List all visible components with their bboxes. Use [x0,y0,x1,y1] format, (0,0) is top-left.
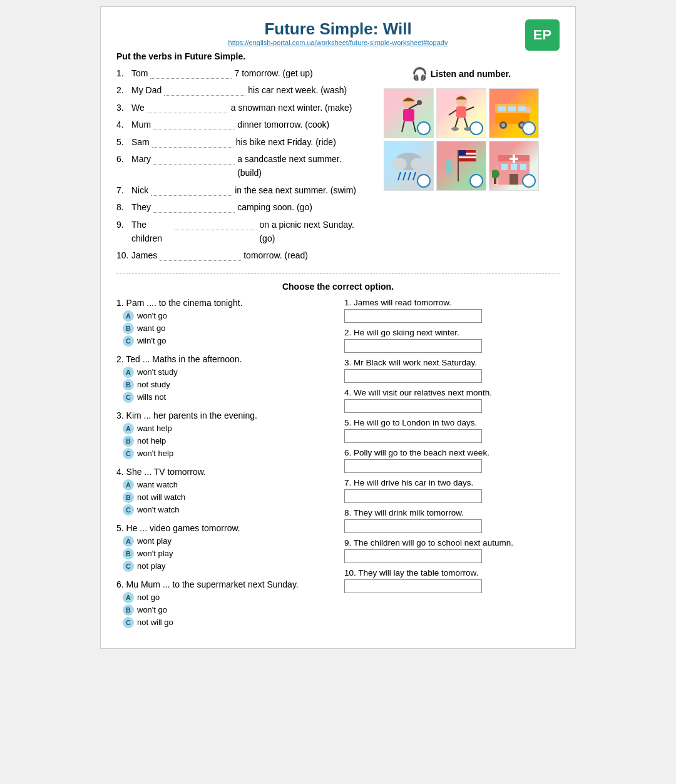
option-letter: B [123,548,134,559]
option-item[interactable]: A not go [123,592,332,603]
item-num: 4. [116,118,129,131]
ep-badge: EP [525,19,560,51]
option-item[interactable]: B not study [123,379,332,390]
matching-input[interactable] [344,339,482,353]
fill-list: 1. Tom 7 tomorrow. (get up)2. My Dad his… [116,66,357,263]
option-text: not will watch [137,492,185,502]
option-text: won't help [137,449,173,458]
option-item[interactable]: C wills not [123,392,332,403]
option-text: wiln't go [137,336,166,345]
matching-col: 1. James will read tomorrow.2. He will g… [344,298,560,636]
option-item[interactable]: C wiln't go [123,335,332,347]
item-before: The children [131,218,173,246]
matching-input[interactable] [344,429,482,443]
matching-item: 5. He will go to London in two days. [344,418,560,443]
question-block: 6. Mu Mum ... to the supermarket next Su… [116,579,332,628]
choose-layout: 1. Pam .... to the cinema tonight.A won'… [116,298,560,636]
fill-input[interactable] [147,103,228,113]
option-item[interactable]: C won't help [123,448,332,459]
svg-rect-45 [520,164,526,170]
matching-input[interactable] [344,459,482,473]
svg-rect-33 [458,156,476,158]
option-item[interactable]: A want help [123,423,332,434]
svg-line-30 [413,172,416,180]
option-item[interactable]: C not will go [123,617,332,628]
option-item[interactable]: B won't go [123,604,332,616]
option-item[interactable]: A won't go [123,310,332,322]
page-title: Future Simple: Will [116,19,560,39]
fill-input[interactable] [151,186,232,196]
option-item[interactable]: B not will watch [123,492,332,503]
matching-item: 7. He will drive his car in two days. [344,478,560,503]
fill-input[interactable] [175,220,257,230]
svg-rect-7 [456,106,466,118]
svg-line-8 [449,110,456,115]
option-item[interactable]: A wont play [123,536,332,547]
option-letter: C [123,448,134,459]
matching-item: 10. They will lay the table tomorrow. [344,568,560,593]
matching-question-text: 2. He will go skiing next winter. [344,328,560,337]
question-text: 5. He ... video games tomorrow. [116,523,332,533]
option-text: won't go [137,311,167,320]
option-text: not play [137,561,166,571]
item-before: Mum [131,118,151,131]
fill-item: 4. Mum dinner tomorrow. (cook) [116,118,357,131]
option-text: won't go [137,605,167,614]
option-item[interactable]: A want watch [123,479,332,491]
item-before: James [131,248,157,262]
svg-rect-34 [458,150,466,155]
options-list: A not goB won't goC not will go [116,592,332,628]
matching-question-text: 7. He will drive his car in two days. [344,478,560,487]
option-item[interactable]: A won't study [123,367,332,378]
image-cell-2 [436,88,486,138]
option-letter: A [123,310,134,322]
option-letter: B [123,379,134,390]
svg-point-36 [446,160,452,166]
worksheet-page: Future Simple: Will https://english-port… [100,6,576,649]
fill-input[interactable] [153,203,235,213]
url-link[interactable]: https://english-portal.com.ua/worksheet/… [116,39,560,46]
fill-input[interactable] [150,69,232,79]
option-letter: B [123,604,134,616]
matching-input[interactable] [344,369,482,383]
svg-point-20 [501,123,505,127]
image-cell-5 [436,141,486,191]
option-text: not will go [137,618,173,627]
svg-rect-1 [403,109,414,121]
option-letter: B [123,323,134,334]
listen-label: 🎧 Listen and number. [412,66,511,81]
fill-input[interactable] [152,138,233,148]
option-letter: A [123,423,134,434]
svg-rect-44 [501,164,508,170]
item-num: 5. [116,135,129,149]
fill-input[interactable] [160,251,241,261]
question-text: 1. Pam .... to the cinema tonight. [116,298,332,308]
item-num: 3. [116,101,129,115]
svg-line-27 [398,172,401,180]
fill-input[interactable] [153,155,235,165]
matching-input[interactable] [344,309,482,323]
option-item[interactable]: C won't watch [123,504,332,516]
section1: Put the verbs in Future Simple. 1. Tom 7… [116,51,560,266]
fill-input[interactable] [153,120,235,130]
option-letter: C [123,561,134,572]
option-text: won't play [137,549,173,558]
option-item[interactable]: B not help [123,435,332,447]
matching-input[interactable] [344,519,482,533]
option-item[interactable]: C not play [123,561,332,572]
matching-input[interactable] [344,549,482,563]
option-text: not help [137,436,166,445]
option-item[interactable]: B want go [123,323,332,334]
matching-input[interactable] [344,579,482,593]
matching-input[interactable] [344,489,482,503]
option-letter: A [123,536,134,547]
option-item[interactable]: B won't play [123,548,332,559]
image-cell-1 [384,88,434,138]
item-num: 6. [116,152,129,166]
matching-input[interactable] [344,399,482,413]
item-after: his bike next Friday. (ride) [236,135,336,149]
question-block: 3. Kim ... her parents in the evening.A … [116,410,332,459]
svg-rect-18 [518,106,526,111]
item-num: 10. [116,248,129,262]
fill-input[interactable] [164,86,245,96]
